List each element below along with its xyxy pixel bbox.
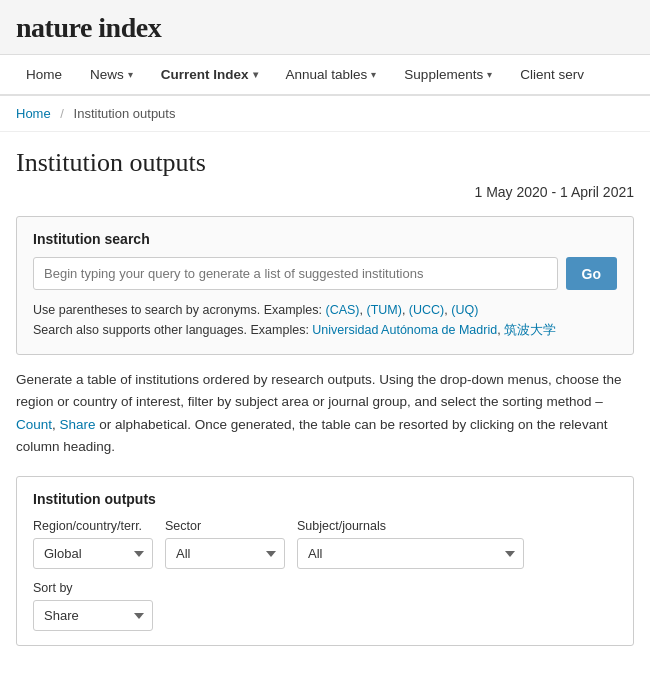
dropdown-region[interactable]: Global Asia Europe Americas Africa Ocean… (33, 538, 153, 569)
page-title: Institution outputs (16, 148, 634, 178)
search-hint-line1: Use parentheses to search by acronyms. E… (33, 300, 617, 320)
search-box: Institution search Go Use parentheses to… (16, 216, 634, 355)
nav-item-news[interactable]: News ▾ (76, 55, 147, 94)
nav-label-annual-tables: Annual tables (286, 67, 368, 82)
outputs-box: Institution outputs Region/country/terr.… (16, 476, 634, 646)
description: Generate a table of institutions ordered… (16, 369, 634, 458)
go-button[interactable]: Go (566, 257, 617, 290)
breadcrumb-home-link[interactable]: Home (16, 106, 51, 121)
sort-count-link[interactable]: Count (16, 417, 52, 432)
breadcrumb-current: Institution outputs (74, 106, 176, 121)
search-link-tsukuba[interactable]: 筑波大学 (504, 323, 556, 337)
nav-item-client-serv[interactable]: Client serv (506, 55, 598, 94)
dropdown-label-subject: Subject/journals (297, 519, 524, 533)
search-row: Go (33, 257, 617, 290)
nav-label-current-index: Current Index (161, 67, 249, 82)
nav-bar: Home News ▾ Current Index ▾ Annual table… (0, 55, 650, 96)
site-logo: nature index (16, 12, 161, 43)
search-hint-line2: Search also supports other languages. Ex… (33, 320, 617, 340)
nav-label-news: News (90, 67, 124, 82)
dropdown-subject[interactable]: All Chemistry Earth & Environmental Scie… (297, 538, 524, 569)
search-box-title: Institution search (33, 231, 617, 247)
nav-item-home[interactable]: Home (12, 55, 76, 94)
sort-share-link[interactable]: Share (60, 417, 96, 432)
outputs-box-title: Institution outputs (33, 491, 617, 507)
nav-label-client-serv: Client serv (520, 67, 584, 82)
dropdown-sector[interactable]: All Academic Government Corporate Health… (165, 538, 285, 569)
nav-chevron-current-index: ▾ (253, 69, 258, 80)
search-link-uam[interactable]: Universidad Autónoma de Madrid (312, 323, 497, 337)
search-link-uq[interactable]: (UQ) (451, 303, 478, 317)
logo-bar: nature index (0, 0, 650, 55)
page-content: Institution outputs 1 May 2020 - 1 April… (0, 132, 650, 662)
date-range: 1 May 2020 - 1 April 2021 (16, 184, 634, 200)
breadcrumb-separator: / (60, 106, 64, 121)
search-link-cas[interactable]: (CAS) (326, 303, 360, 317)
nav-item-current-index[interactable]: Current Index ▾ (147, 55, 272, 94)
dropdown-group-region: Region/country/terr. Global Asia Europe … (33, 519, 153, 569)
search-hint: Use parentheses to search by acronyms. E… (33, 300, 617, 340)
nav-item-supplements[interactable]: Supplements ▾ (390, 55, 506, 94)
dropdown-sortby[interactable]: Share Count Alphabetical (33, 600, 153, 631)
nav-item-annual-tables[interactable]: Annual tables ▾ (272, 55, 391, 94)
search-link-ucc[interactable]: (UCC) (409, 303, 444, 317)
nav-chevron-supplements: ▾ (487, 69, 492, 80)
nav-label-supplements: Supplements (404, 67, 483, 82)
breadcrumb: Home / Institution outputs (0, 96, 650, 132)
dropdown-label-sector: Sector (165, 519, 285, 533)
institution-search-input[interactable] (33, 257, 558, 290)
search-link-tum[interactable]: (TUM) (366, 303, 401, 317)
dropdown-group-sortby: Sort by Share Count Alphabetical (33, 581, 153, 631)
dropdowns-row: Region/country/terr. Global Asia Europe … (33, 519, 617, 631)
nav-chevron-annual-tables: ▾ (371, 69, 376, 80)
dropdown-group-sector: Sector All Academic Government Corporate… (165, 519, 285, 569)
dropdown-label-region: Region/country/terr. (33, 519, 153, 533)
dropdown-label-sortby: Sort by (33, 581, 153, 595)
dropdown-group-subject: Subject/journals All Chemistry Earth & E… (297, 519, 524, 569)
nav-chevron-news: ▾ (128, 69, 133, 80)
nav-label-home: Home (26, 67, 62, 82)
